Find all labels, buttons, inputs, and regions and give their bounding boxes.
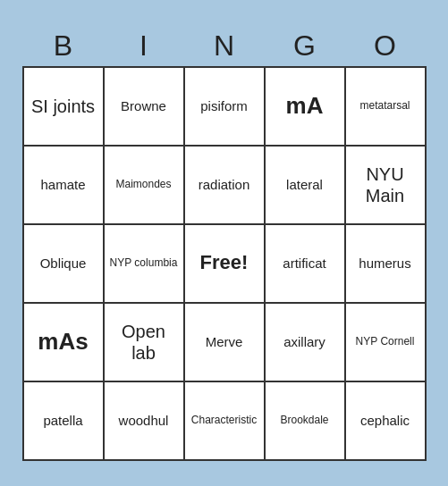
cell-text: pisiform	[200, 98, 248, 114]
bingo-cell: SI joints	[24, 68, 105, 147]
cell-text: Brookdale	[280, 414, 328, 426]
header-letter: O	[345, 29, 426, 63]
header-letter: N	[184, 29, 265, 63]
cell-text: patella	[43, 413, 82, 429]
bingo-cell: mAs	[24, 304, 105, 382]
cell-text: mAs	[38, 328, 88, 356]
bingo-cell: Maimondes	[105, 147, 185, 225]
cell-text: NYP columbia	[110, 256, 178, 269]
bingo-cell: mA	[266, 68, 346, 147]
cell-text: mA	[286, 92, 324, 120]
bingo-cell: pisiform	[185, 68, 266, 147]
cell-text: woodhul	[119, 413, 169, 429]
bingo-cell: humerus	[346, 225, 427, 304]
cell-text: metatarsal	[359, 99, 410, 112]
bingo-cell: metatarsal	[346, 68, 427, 147]
bingo-cell: hamate	[24, 147, 105, 225]
bingo-cell: radiation	[185, 147, 266, 225]
bingo-cell: NYU Main	[346, 147, 427, 225]
bingo-cell: Oblique	[24, 225, 105, 304]
bingo-cell: Characteristic	[185, 382, 266, 461]
bingo-cell: Browne	[105, 68, 185, 147]
cell-text: artificat	[283, 256, 325, 272]
bingo-card: BINGO SI jointsBrownepisiformmAmetatarsa…	[13, 17, 435, 470]
bingo-cell: Merve	[185, 304, 266, 382]
bingo-cell: NYP columbia	[105, 225, 185, 304]
cell-text: Characteristic	[191, 414, 257, 426]
cell-text: hamate	[40, 177, 85, 193]
bingo-cell: NYP Cornell	[346, 304, 427, 382]
cell-text: cephalic	[360, 413, 410, 429]
bingo-grid: SI jointsBrownepisiformmAmetatarsalhamat…	[22, 66, 427, 461]
cell-text: NYP Cornell	[356, 335, 415, 348]
header-letter: B	[23, 29, 104, 63]
bingo-cell: lateral	[266, 147, 346, 225]
bingo-cell: Brookdale	[266, 382, 346, 461]
cell-text: Free!	[200, 251, 249, 274]
header-letter: G	[265, 29, 345, 63]
cell-text: NYU Main	[350, 163, 421, 206]
cell-text: lateral	[286, 177, 323, 193]
cell-text: Browne	[121, 98, 166, 114]
cell-text: Open lab	[108, 321, 180, 364]
bingo-cell: patella	[24, 382, 105, 461]
bingo-cell: Free!	[185, 225, 266, 304]
cell-text: Maimondes	[115, 178, 171, 190]
bingo-cell: cephalic	[346, 382, 427, 461]
bingo-cell: artificat	[266, 225, 346, 304]
cell-text: SI joints	[31, 96, 95, 117]
bingo-cell: woodhul	[105, 382, 185, 461]
cell-text: Oblique	[40, 256, 87, 272]
header-letter: I	[104, 29, 184, 63]
cell-text: radiation	[199, 177, 250, 193]
bingo-cell: Open lab	[105, 304, 185, 382]
cell-text: axillary	[283, 334, 325, 350]
cell-text: humerus	[359, 256, 410, 272]
bingo-cell: axillary	[266, 304, 346, 382]
cell-text: Merve	[206, 334, 243, 350]
